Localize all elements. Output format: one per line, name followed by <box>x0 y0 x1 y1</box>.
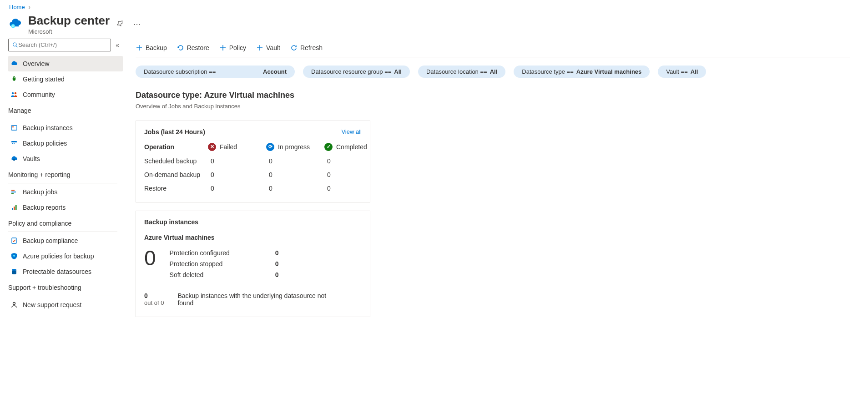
sidebar-item-label: Backup reports <box>23 204 66 211</box>
jobs-table-header: Operation ✕ Failed ⟳ In progress ✓ Compl… <box>144 143 362 151</box>
instances-icon <box>10 124 18 132</box>
breadcrumb: Home › <box>0 0 868 12</box>
sidebar-item-label: Getting started <box>23 76 65 83</box>
bi-row-value: 0 <box>275 271 279 278</box>
vault-icon <box>10 155 18 163</box>
datasource-icon <box>10 268 18 276</box>
filter-label: Datasource type == <box>522 68 573 75</box>
sidebar-item-backup-reports[interactable]: Backup reports <box>8 200 123 215</box>
toolbar-policy-button[interactable]: Policy <box>219 44 246 51</box>
bi-row-value: 0 <box>275 249 279 257</box>
restore-icon <box>177 44 184 51</box>
sidebar-item-getting-started[interactable]: Getting started <box>8 71 123 87</box>
more-button[interactable]: ⋯ <box>131 18 142 30</box>
nav-divider <box>8 119 117 119</box>
rocket-icon <box>10 75 18 83</box>
operation-column-header: Operation <box>144 143 208 151</box>
sidebar-item-label: Backup policies <box>23 140 67 147</box>
sidebar-item-backup-policies[interactable]: Backup policies <box>8 136 123 151</box>
sidebar-item-backup-jobs[interactable]: Backup jobs <box>8 184 123 200</box>
backup-center-icon <box>9 17 22 31</box>
page-header: Backup center Microsoft ⋯ <box>0 12 868 39</box>
job-operation: Scheduled backup <box>144 157 208 165</box>
filter-vault[interactable]: Vault == All <box>658 66 706 78</box>
svg-rect-17 <box>14 207 15 210</box>
toolbar-label: Vault <box>266 44 280 51</box>
search-box[interactable] <box>8 39 111 51</box>
search-input[interactable] <box>18 41 107 48</box>
breadcrumb-home[interactable]: Home <box>9 4 25 10</box>
job-inprogress-count: 0 <box>266 185 324 192</box>
chevron-right-icon: › <box>29 4 30 10</box>
job-failed-count: 0 <box>208 157 266 165</box>
toolbar-restore-button[interactable]: Restore <box>177 44 209 51</box>
job-failed-count: 0 <box>208 185 266 192</box>
sidebar-item-community[interactable]: Community <box>8 87 123 102</box>
filter-label: Vault == <box>666 68 687 75</box>
sidebar-item-backup-compliance[interactable]: Backup compliance <box>8 233 123 248</box>
bi-row-label: Protection configured <box>170 249 230 257</box>
svg-point-22 <box>13 302 15 304</box>
sidebar-item-label: Azure policies for backup <box>23 252 94 260</box>
collapse-sidebar-button[interactable]: « <box>116 41 119 49</box>
sidebar-item-overview[interactable]: Overview <box>8 56 123 71</box>
completed-column-header: ✓ Completed <box>324 143 370 151</box>
jobs-view-all-link[interactable]: View all <box>341 128 362 135</box>
svg-point-21 <box>12 269 16 271</box>
filter-resource-group[interactable]: Datasource resource group == All <box>303 66 410 78</box>
bi-subtitle: Azure Virtual machines <box>144 234 362 241</box>
bi-footer-count: 0 out of 0 <box>144 292 164 306</box>
sidebar-item-azure-policies[interactable]: Azure policies for backup <box>8 248 123 264</box>
job-inprogress-count: 0 <box>266 171 324 178</box>
section-heading: Datasource type: Azure Virtual machines … <box>136 81 868 112</box>
toolbar-refresh-button[interactable]: Refresh <box>290 44 323 51</box>
toolbar-vault-button[interactable]: Vault <box>256 44 280 51</box>
nav-group-monitoring: Monitoring + reporting <box>8 167 123 181</box>
plus-icon <box>136 44 143 51</box>
completed-icon: ✓ <box>324 143 333 151</box>
sidebar-item-label: Backup instances <box>23 124 73 131</box>
jobs-card-title: Jobs (last 24 Hours) <box>144 128 205 136</box>
jobs-icon <box>10 188 18 196</box>
svg-point-5 <box>15 92 16 94</box>
plus-icon <box>219 44 227 51</box>
filter-subscription[interactable]: Datasource subscription == Account <box>136 66 295 78</box>
sidebar-item-new-support-request[interactable]: New support request <box>8 297 123 313</box>
bi-total-count: 0 <box>144 247 156 280</box>
job-completed-count: 0 <box>324 185 370 192</box>
sidebar: « Overview Getting started Community Man… <box>0 39 123 404</box>
page-subtitle: Microsoft <box>28 28 110 35</box>
reports-icon <box>10 203 18 212</box>
sidebar-item-backup-instances[interactable]: Backup instances <box>8 120 123 136</box>
filter-value: All <box>490 68 498 75</box>
job-failed-count: 0 <box>208 171 266 178</box>
filter-row: Datasource subscription == Account Datas… <box>136 57 868 81</box>
svg-rect-10 <box>12 143 13 144</box>
filter-value: Azure Virtual machines <box>576 68 642 75</box>
sidebar-item-protectable-datasources[interactable]: Protectable datasources <box>8 264 123 279</box>
backup-instances-card: Backup instances Azure Virtual machines … <box>136 211 370 317</box>
refresh-icon <box>290 44 298 51</box>
sidebar-item-label: Community <box>23 91 55 98</box>
bi-row: Soft deleted 0 <box>170 269 279 280</box>
sidebar-item-label: New support request <box>23 301 81 308</box>
people-icon <box>10 91 18 99</box>
svg-rect-6 <box>11 126 17 130</box>
page-title: Backup center <box>28 14 110 27</box>
bi-row-label: Soft deleted <box>170 271 204 278</box>
shield-icon <box>10 252 18 260</box>
svg-rect-7 <box>12 126 14 127</box>
nav-divider <box>8 232 117 232</box>
filter-type[interactable]: Datasource type == Azure Virtual machine… <box>514 66 650 78</box>
sidebar-item-vaults[interactable]: Vaults <box>8 151 123 167</box>
svg-rect-12 <box>13 159 15 161</box>
bi-row-label: Protection stopped <box>170 260 223 268</box>
search-icon <box>12 42 18 48</box>
inprogress-column-header: ⟳ In progress <box>266 143 324 151</box>
toolbar-backup-button[interactable]: Backup <box>136 44 167 51</box>
svg-point-3 <box>14 77 15 78</box>
bi-footer-text: Backup instances with the underlying dat… <box>177 292 332 307</box>
main-content: Backup Restore Policy Vault Refresh Da <box>123 39 868 404</box>
pin-button[interactable] <box>115 18 126 31</box>
filter-location[interactable]: Datasource location == All <box>418 66 505 78</box>
